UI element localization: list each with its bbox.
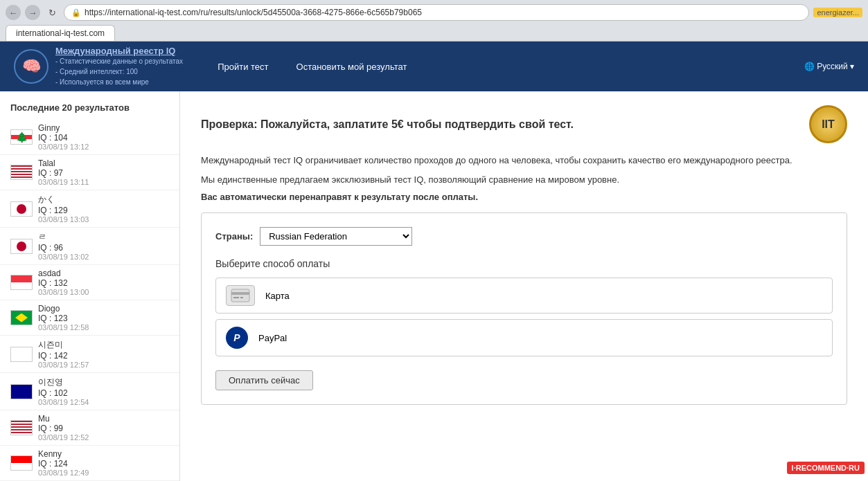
list-item: Mu IQ : 99 03/08/19 12:52 bbox=[0, 410, 179, 446]
result-name: asdad bbox=[38, 269, 89, 278]
paypal-label: PayPal bbox=[258, 333, 287, 343]
result-date: 03/08/19 13:11 bbox=[38, 178, 89, 186]
pay-now-button[interactable]: Оплатить сейчас bbox=[215, 370, 313, 390]
result-name: 시즌미 bbox=[38, 339, 89, 351]
result-iq: IQ : 104 bbox=[38, 133, 89, 143]
svg-rect-1 bbox=[231, 292, 249, 295]
result-name: Diogo bbox=[38, 304, 89, 314]
result-name: かく bbox=[38, 194, 89, 206]
url-text: https://international-iq-test.com/ru/res… bbox=[85, 8, 422, 17]
logo-icon: 🧠 bbox=[14, 49, 48, 84]
payment-method-label: Выберите способ оплаты bbox=[215, 258, 833, 269]
result-iq: IQ : 142 bbox=[38, 351, 89, 361]
lang-selector[interactable]: 🌐 Русский ▾ bbox=[804, 62, 854, 71]
list-item: ㄹ IQ : 96 03/08/19 13:02 bbox=[0, 228, 179, 265]
card-payment-option[interactable]: Карта bbox=[215, 278, 833, 314]
browser-toolbar: ← → ↻ 🔒 https://international-iq-test.co… bbox=[6, 4, 862, 21]
result-iq: IQ : 99 bbox=[38, 424, 89, 433]
sidebar-title: Последние 20 результатов bbox=[0, 98, 179, 120]
result-iq: IQ : 102 bbox=[38, 388, 89, 398]
result-date: 03/08/19 13:12 bbox=[38, 143, 89, 151]
desc-text-3: Вас автоматически перенаправят к результ… bbox=[201, 192, 847, 202]
result-name: Ginny bbox=[38, 123, 89, 133]
result-iq: IQ : 124 bbox=[38, 459, 89, 469]
list-item: Kenny IQ : 124 03/08/19 12:49 bbox=[0, 446, 179, 481]
result-info: asdad IQ : 132 03/08/19 13:00 bbox=[38, 269, 89, 296]
site-header: 🧠 Международный реестр IQ - Статистическ… bbox=[0, 42, 868, 91]
logo-sub2: - Средний интеллект: 100 bbox=[55, 66, 183, 77]
active-tab[interactable]: international-iq-test.com bbox=[6, 25, 115, 41]
result-date: 03/08/19 12:52 bbox=[38, 433, 89, 442]
refresh-button[interactable]: ↻ bbox=[44, 5, 60, 20]
lock-icon: 🔒 bbox=[71, 8, 81, 17]
list-item: 이진영 IQ : 102 03/08/19 12:54 bbox=[0, 373, 179, 410]
result-name: Mu bbox=[38, 414, 89, 424]
result-name: Talal bbox=[38, 158, 89, 168]
result-iq: IQ : 129 bbox=[38, 206, 89, 215]
list-item: asdad IQ : 132 03/08/19 13:00 bbox=[0, 265, 179, 300]
paypal-icon: P bbox=[226, 327, 248, 349]
country-select[interactable]: Russian FederationUnited StatesGermanyFr… bbox=[260, 227, 412, 246]
result-info: Talal IQ : 97 03/08/19 13:11 bbox=[38, 158, 89, 186]
result-name: Kenny bbox=[38, 449, 89, 459]
page-title: Проверка: Пожалуйста, заплатите 5€ чтобы… bbox=[201, 118, 574, 131]
main-layout: Последние 20 результатов Ginny IQ : 104 … bbox=[0, 91, 868, 481]
nav-take-test[interactable]: Пройти тест bbox=[218, 62, 268, 72]
result-info: Ginny IQ : 104 03/08/19 13:12 bbox=[38, 123, 89, 151]
logo-text-area: Международный реестр IQ - Статистические… bbox=[55, 46, 183, 87]
svg-rect-0 bbox=[231, 289, 249, 302]
iit-badge-text: IIT bbox=[822, 118, 835, 131]
list-item: Talal IQ : 97 03/08/19 13:11 bbox=[0, 155, 179, 190]
logo-sub1: - Статистические данные о результатах bbox=[55, 56, 183, 66]
flag-sg bbox=[10, 275, 33, 290]
result-date: 03/08/19 13:02 bbox=[38, 253, 89, 261]
logo-sub3: - Используется во всем мире bbox=[55, 77, 183, 87]
result-date: 03/08/19 12:57 bbox=[38, 361, 89, 369]
sidebar: Последние 20 результатов Ginny IQ : 104 … bbox=[0, 91, 180, 481]
result-date: 03/08/19 12:49 bbox=[38, 469, 89, 477]
nav-save-result[interactable]: Остановить мой результат bbox=[296, 62, 407, 72]
logo-title: Международный реестр IQ bbox=[55, 46, 183, 56]
address-bar[interactable]: 🔒 https://international-iq-test.com/ru/r… bbox=[64, 4, 809, 21]
result-iq: IQ : 132 bbox=[38, 278, 89, 288]
paypal-payment-option[interactable]: P PayPal bbox=[215, 319, 833, 356]
country-row: Страны: Russian FederationUnited StatesG… bbox=[215, 227, 833, 246]
flag-jp2 bbox=[10, 239, 33, 254]
flag-lb bbox=[10, 129, 33, 145]
card-icon bbox=[226, 285, 255, 306]
flag-jp bbox=[10, 201, 33, 217]
logo-area: 🧠 Международный реестр IQ - Статистическ… bbox=[14, 46, 183, 87]
browser-chrome: ← → ↻ 🔒 https://international-iq-test.co… bbox=[0, 0, 868, 42]
list-item: Ginny IQ : 104 03/08/19 13:12 bbox=[0, 120, 179, 155]
content-area: Проверка: Пожалуйста, заплатите 5€ чтобы… bbox=[180, 91, 868, 481]
desc-text-1: Международный тест IQ ограничивает колич… bbox=[201, 154, 847, 167]
result-iq: IQ : 96 bbox=[38, 243, 89, 253]
flag-us2 bbox=[10, 420, 33, 435]
recommend-badge: I·RECOMMEND·RU bbox=[787, 462, 865, 474]
header-nav: Пройти тест Остановить мой результат bbox=[218, 62, 790, 72]
result-iq: IQ : 97 bbox=[38, 168, 89, 178]
result-iq: IQ : 123 bbox=[38, 314, 89, 323]
flag-kr bbox=[10, 347, 33, 362]
forward-button[interactable]: → bbox=[25, 5, 40, 20]
back-button[interactable]: ← bbox=[6, 5, 21, 20]
payment-box: Страны: Russian FederationUnited StatesG… bbox=[201, 212, 847, 405]
result-date: 03/08/19 12:58 bbox=[38, 323, 89, 332]
flag-br bbox=[10, 310, 33, 325]
iit-badge: IIT bbox=[809, 105, 847, 143]
tab-bar: international-iq-test.com bbox=[6, 25, 862, 41]
svg-rect-2 bbox=[233, 297, 239, 298]
card-label: Карта bbox=[265, 291, 290, 301]
result-date: 03/08/19 13:03 bbox=[38, 215, 89, 224]
country-label: Страны: bbox=[215, 231, 253, 242]
result-date: 03/08/19 12:54 bbox=[38, 398, 89, 406]
list-item: Diogo IQ : 123 03/08/19 12:58 bbox=[0, 300, 179, 336]
result-name: ㄹ bbox=[38, 231, 89, 243]
result-info: かく IQ : 129 03/08/19 13:03 bbox=[38, 194, 89, 224]
svg-rect-3 bbox=[240, 297, 243, 298]
flag-us bbox=[10, 165, 33, 180]
flag-tw bbox=[10, 455, 33, 471]
extension-label: energiazer... bbox=[813, 8, 862, 17]
result-info: Mu IQ : 99 03/08/19 12:52 bbox=[38, 414, 89, 442]
result-info: Kenny IQ : 124 03/08/19 12:49 bbox=[38, 449, 89, 477]
